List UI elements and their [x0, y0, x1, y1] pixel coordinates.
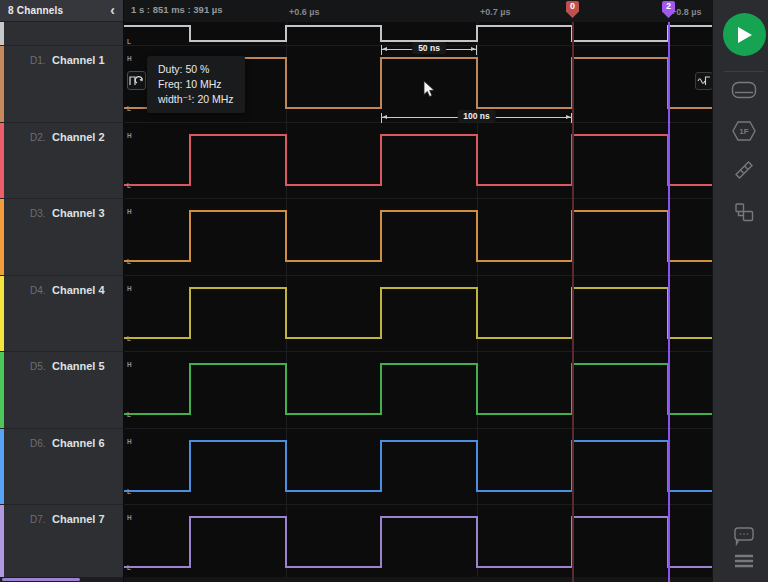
channel-row-D2[interactable]: D2.Channel 2 [0, 122, 123, 199]
sine-pulse-icon [697, 76, 711, 86]
run-capture-button[interactable] [723, 13, 766, 56]
measurements-button[interactable] [730, 157, 758, 183]
channel-color-bar [0, 429, 4, 505]
channel-name: Channel 2 [52, 131, 105, 143]
waveform-lane-D3[interactable]: HL [124, 198, 712, 275]
timeline-tick-label: +0.6 µs [289, 7, 319, 17]
analyzers-button[interactable]: 1F [730, 118, 758, 144]
high-level-label: H [127, 208, 132, 215]
blocks-icon [732, 200, 756, 224]
arrow-right-icon [471, 47, 476, 51]
arrow-left-icon [382, 115, 387, 119]
channel-id: D1. [30, 55, 46, 66]
channel-id: D3. [30, 208, 46, 219]
arrow-right-icon [566, 115, 571, 119]
low-level-label: L [127, 105, 131, 112]
waveform-lane-D4[interactable]: HL [124, 275, 712, 352]
channel-row-partial [0, 22, 123, 45]
analyzers-badge: 1F [739, 127, 748, 136]
digital-waveform [124, 135, 712, 185]
timeline-position-label: 1 s : 851 ms : 391 µs [131, 4, 223, 15]
device-settings-button[interactable] [730, 77, 758, 103]
channel-id: D2. [30, 132, 46, 143]
play-icon [736, 26, 753, 44]
timeline-tick-label: +0.7 µs [480, 7, 510, 17]
high-level-label: H [127, 514, 132, 521]
channel-panel-header: 8 Channels ‹ [0, 0, 123, 22]
menu-lines-icon [732, 551, 756, 571]
high-level-label: H [127, 284, 132, 291]
capture-list-button[interactable] [730, 548, 758, 574]
measurement-period[interactable]: 100 ns [381, 113, 572, 123]
channel-row-D1[interactable]: D1.Channel 1 [0, 45, 123, 122]
channel-color-bar [0, 505, 4, 581]
pulse-measure-button[interactable] [127, 71, 146, 90]
channel-row-D5[interactable]: D5.Channel 5 [0, 351, 123, 428]
marker-label: 0 [570, 1, 575, 12]
channel-name: Channel 5 [52, 360, 105, 372]
channel-row-D6[interactable]: D6.Channel 6 [0, 428, 123, 505]
channel-name: Channel 3 [52, 207, 105, 219]
timing-marker-flag-0[interactable]: 0 [566, 1, 579, 18]
channel-count-label: 8 Channels [8, 5, 63, 16]
low-level-label: L [127, 564, 131, 571]
waveform-lane-D7[interactable]: HL [124, 504, 712, 581]
comments-button[interactable] [730, 522, 758, 548]
high-level-label: H [127, 437, 132, 444]
channel-color-bar [0, 352, 4, 428]
sidebar-divider [724, 71, 764, 72]
extensions-button[interactable] [730, 199, 758, 225]
low-level-label: L [127, 411, 131, 418]
waveform-lane-D2[interactable]: HL [124, 122, 712, 199]
panel-horizontal-scrollbar[interactable] [2, 578, 80, 581]
channel-name: Channel 6 [52, 437, 105, 449]
low-level-label: L [127, 334, 131, 341]
marker-label: 2 [666, 1, 671, 12]
measurement-pulse-width[interactable]: 50 ns [381, 45, 477, 55]
device-icon [730, 78, 758, 102]
channel-id: D5. [30, 361, 46, 372]
channel-name: Channel 7 [52, 513, 105, 525]
digital-waveform [124, 517, 712, 567]
high-level-label: H [127, 361, 132, 368]
pulse-arrow-icon [129, 74, 144, 87]
timing-marker-line-0[interactable] [572, 22, 574, 582]
channel-color-bar [0, 46, 4, 122]
measurement-tooltip: Duty: 50 % Freq: 10 MHz width⁻¹: 20 MHz [147, 56, 245, 113]
timeline-bar[interactable]: 1 s : 851 ms : 391 µs +0.6 µs+0.7 µs+0.8… [124, 0, 712, 22]
high-level-label: H [127, 131, 132, 138]
channel-color-bar [0, 276, 4, 352]
timeline-tick-label: +0.8 µs [671, 7, 701, 17]
channel-name: Channel 1 [52, 54, 105, 66]
logic-analyzer-app: 8 Channels ‹ D1.Channel 1D2.Channel 2D3.… [0, 0, 768, 582]
waveform-lane-D6[interactable]: HL [124, 428, 712, 505]
low-level-label: L [127, 38, 131, 45]
channel-panel: 8 Channels ‹ D1.Channel 1D2.Channel 2D3.… [0, 0, 123, 582]
channel-id: D4. [30, 285, 46, 296]
digital-waveform [124, 441, 712, 491]
timing-marker-line-2[interactable] [668, 22, 670, 582]
high-level-label: H [127, 55, 132, 62]
arrow-left-icon [382, 47, 387, 51]
channel-row-D7[interactable]: D7.Channel 7 [0, 504, 123, 581]
channel-row-D3[interactable]: D3.Channel 3 [0, 198, 123, 275]
waveform-area[interactable]: LHLHLHLHLHLHLHL 50 ns 100 ns Duty: 50 % … [124, 22, 712, 582]
channel-id: D7. [30, 514, 46, 525]
waveform-lane-D5[interactable]: HL [124, 351, 712, 428]
low-level-label: L [127, 258, 131, 265]
tooltip-freq-line: Freq: 10 MHz [158, 77, 234, 92]
mouse-cursor [423, 80, 435, 98]
chat-bubble-icon [732, 523, 756, 547]
channel-name: Channel 4 [52, 284, 105, 296]
low-level-label: L [127, 487, 131, 494]
right-sidebar: 1F [712, 0, 768, 582]
capture-end-strip [124, 577, 712, 582]
low-level-label: L [127, 181, 131, 188]
measurement-label: 100 ns [457, 110, 495, 122]
digital-waveform [124, 26, 712, 41]
tooltip-duty-line: Duty: 50 % [158, 62, 234, 77]
collapse-panel-icon[interactable]: ‹ [110, 2, 115, 18]
annotation-measure-button[interactable] [695, 72, 712, 90]
digital-waveform [124, 288, 712, 338]
channel-row-D4[interactable]: D4.Channel 4 [0, 275, 123, 352]
